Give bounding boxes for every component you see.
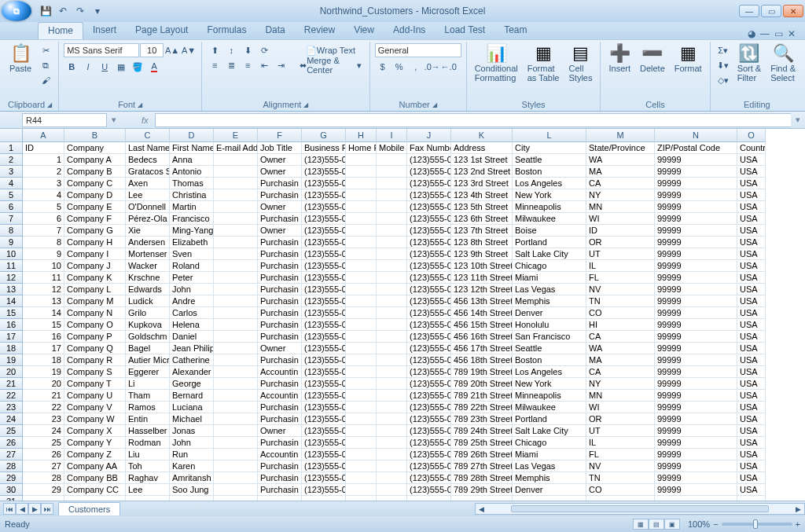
cell[interactable]: (123)555-0100 xyxy=(302,272,346,284)
cell[interactable]: Purchasin xyxy=(258,354,302,366)
row-header[interactable]: 11 xyxy=(0,260,23,272)
cell[interactable]: (123)555-0 xyxy=(407,343,451,354)
cell[interactable]: Company X xyxy=(64,425,126,437)
cell[interactable]: (123)555-0 xyxy=(407,260,451,272)
cell[interactable]: Tham xyxy=(126,390,170,402)
column-header[interactable]: A xyxy=(23,129,64,142)
cell[interactable] xyxy=(214,154,258,166)
cell[interactable]: FL xyxy=(586,449,655,460)
cell[interactable]: 99999 xyxy=(655,413,737,425)
cell[interactable]: Purchasin xyxy=(258,295,302,307)
cell[interactable]: 99999 xyxy=(655,295,737,307)
cell[interactable]: 99999 xyxy=(655,237,737,248)
cell[interactable]: 26 xyxy=(23,449,64,460)
row-header[interactable]: 3 xyxy=(0,166,23,178)
cell[interactable]: 22 xyxy=(23,402,64,413)
format-button[interactable]: ▦Format xyxy=(671,43,705,75)
cell[interactable] xyxy=(214,496,258,501)
italic-button[interactable]: I xyxy=(80,60,96,74)
cell[interactable]: (123)555-0100 xyxy=(302,319,346,331)
sheet-nav-first[interactable]: ⏮ xyxy=(3,503,16,515)
cell[interactable]: 456 17th Street xyxy=(451,343,513,354)
doc-close-button[interactable]: ✕ xyxy=(788,28,796,39)
cell[interactable]: NY xyxy=(586,189,655,201)
cell[interactable]: 123 11th Street xyxy=(451,272,513,284)
fill-color-button[interactable]: 🪣 xyxy=(130,60,145,74)
cell[interactable]: 99999 xyxy=(655,154,737,166)
cell[interactable]: Memphis xyxy=(513,295,586,307)
cell[interactable] xyxy=(737,496,766,501)
format-painter-button[interactable]: 🖌 xyxy=(38,73,53,87)
cell[interactable]: 789 29th Street xyxy=(451,484,513,496)
cell[interactable]: Company CC xyxy=(64,484,126,496)
cell[interactable] xyxy=(346,154,377,166)
cell[interactable]: USA xyxy=(737,402,766,413)
cell[interactable] xyxy=(214,366,258,378)
cell[interactable]: 99999 xyxy=(655,284,737,295)
cell[interactable]: 456 18th Street xyxy=(451,354,513,366)
cell[interactable]: Owner xyxy=(258,154,302,166)
cell[interactable]: (123)555-0 xyxy=(407,237,451,248)
cell[interactable]: ID xyxy=(586,225,655,237)
cell[interactable] xyxy=(214,295,258,307)
fx-icon[interactable]: fx xyxy=(142,116,149,125)
cell[interactable]: Purchasin xyxy=(258,178,302,189)
cell[interactable] xyxy=(377,425,407,437)
help-icon[interactable]: ◕ xyxy=(748,28,755,39)
cell[interactable]: Owner xyxy=(258,425,302,437)
cell[interactable] xyxy=(377,225,407,237)
tab-view[interactable]: View xyxy=(344,22,384,39)
cell[interactable] xyxy=(377,260,407,272)
cell[interactable]: (123)555-0 xyxy=(407,284,451,295)
cell[interactable] xyxy=(377,413,407,425)
cell[interactable] xyxy=(377,484,407,496)
undo-icon[interactable]: ↶ xyxy=(57,5,69,17)
cell[interactable]: MA xyxy=(586,354,655,366)
cell[interactable] xyxy=(377,460,407,472)
minimize-button[interactable]: — xyxy=(739,5,759,17)
cell[interactable]: (123)555-0100 xyxy=(302,354,346,366)
cell[interactable]: Michael xyxy=(170,413,214,425)
cell[interactable]: (123)555-0 xyxy=(407,402,451,413)
row-header[interactable]: 17 xyxy=(0,331,23,343)
cell[interactable]: Milwaukee xyxy=(513,213,586,225)
cell[interactable]: Liu xyxy=(126,449,170,460)
cell[interactable]: Minneapolis xyxy=(513,201,586,213)
font-size-select[interactable]: 10 xyxy=(140,43,164,57)
cell[interactable]: George xyxy=(170,378,214,390)
cell[interactable]: USA xyxy=(737,284,766,295)
cell[interactable]: (123)555-0100 xyxy=(302,472,346,484)
cell[interactable]: 123 1st Street xyxy=(451,154,513,166)
cell[interactable] xyxy=(214,402,258,413)
sort-filter-button[interactable]: 🔃Sort & Filter xyxy=(734,43,765,84)
cell[interactable] xyxy=(214,319,258,331)
cell[interactable]: Purchasin xyxy=(258,402,302,413)
row-header[interactable]: 13 xyxy=(0,284,23,295)
cell[interactable]: 123 2nd Street xyxy=(451,166,513,178)
cell[interactable]: 28 xyxy=(23,472,64,484)
cell[interactable]: (123)555-0 xyxy=(407,390,451,402)
cell[interactable]: Company U xyxy=(64,390,126,402)
autosum-button[interactable]: Σ▾ xyxy=(715,43,731,57)
cell[interactable]: Owner xyxy=(258,343,302,354)
cell[interactable]: Jean Philippe xyxy=(170,343,214,354)
cell[interactable]: Catherine xyxy=(170,354,214,366)
cell[interactable]: Axen xyxy=(126,178,170,189)
cell[interactable]: Company B xyxy=(64,166,126,178)
cell[interactable]: City xyxy=(513,142,586,154)
cell[interactable]: 2 xyxy=(23,166,64,178)
cell[interactable]: USA xyxy=(737,366,766,378)
zoom-slider[interactable] xyxy=(722,523,792,526)
cell[interactable]: (123)555-0 xyxy=(407,272,451,284)
cell[interactable]: Company P xyxy=(64,331,126,343)
cell[interactable]: Lee xyxy=(126,189,170,201)
currency-button[interactable]: $ xyxy=(375,60,391,74)
cell[interactable] xyxy=(346,425,377,437)
cell[interactable]: Seattle xyxy=(513,343,586,354)
cell[interactable]: Jonas xyxy=(170,425,214,437)
cell[interactable]: Los Angeles xyxy=(513,366,586,378)
cell[interactable] xyxy=(214,413,258,425)
cell[interactable]: 456 14th Street xyxy=(451,307,513,319)
underline-button[interactable]: U xyxy=(97,60,112,74)
cell[interactable] xyxy=(302,496,346,501)
